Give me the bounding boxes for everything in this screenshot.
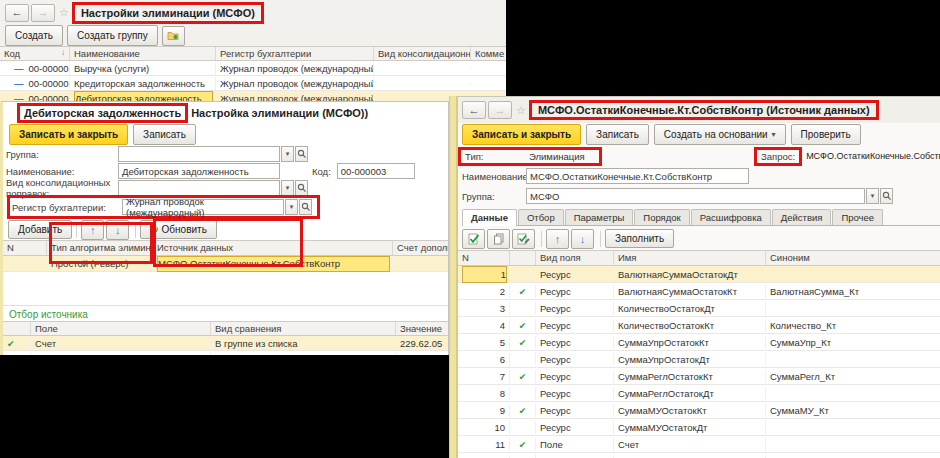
column-header-name[interactable]: Имя xyxy=(614,251,766,265)
edit-window-title-name: Дебиторская задолженность xyxy=(24,107,181,119)
code-input[interactable]: 00-000003 xyxy=(337,163,415,179)
forward-button[interactable]: → xyxy=(488,101,512,119)
lookup-button[interactable] xyxy=(295,180,308,196)
name-input[interactable]: МСФО.ОстаткиКонечные.Кт.СобствКонтр xyxy=(526,168,749,184)
column-header-field[interactable]: Поле xyxy=(31,322,211,335)
check-icon: ✔ xyxy=(519,406,527,416)
column-header-value[interactable]: Значение xyxy=(396,322,448,335)
column-header-synonym[interactable]: Синоним xyxy=(766,251,940,265)
forward-button[interactable]: → xyxy=(31,4,55,22)
invert-flags-button[interactable] xyxy=(512,229,535,249)
data-source-window: ← → ☆ МСФО.ОстаткиКонечные.Кт.СобствКонт… xyxy=(457,96,940,458)
dropdown-button[interactable]: ▾ xyxy=(281,146,294,162)
column-header-n[interactable]: N xyxy=(458,251,510,265)
table-row-selected[interactable]: Простой (Реверс) МСФО.ОстаткиКонечные.Кт… xyxy=(3,256,448,272)
folder-button[interactable] xyxy=(162,26,185,46)
column-header-comparison[interactable]: Вид сравнения xyxy=(211,322,396,335)
set-flags-button[interactable] xyxy=(462,229,485,249)
tab-actions[interactable]: Действия xyxy=(772,209,832,225)
tab-drilldown[interactable]: Расшифровка xyxy=(691,209,771,225)
table-row-selected[interactable]: 1 ✔ Ресурс ВалютнаяСуммаОстатокДт xyxy=(458,266,940,283)
table-row[interactable]: 11 ✔ Поле Счет xyxy=(458,436,940,453)
table-row[interactable]: 8 ✔ Ресурс СуммаРеглОстатокДт xyxy=(458,385,940,402)
table-row[interactable]: 2 ✔ Ресурс ВалютнаяСуммаОстатокКт Валютн… xyxy=(458,283,940,300)
chevron-down-icon: ▾ xyxy=(871,192,875,200)
column-header-register[interactable]: Регистр бухгалтерии xyxy=(216,47,374,60)
tab-other[interactable]: Прочее xyxy=(832,209,883,225)
annotation-box-query: Запрос: xyxy=(754,147,802,166)
table-row[interactable]: —00-000002 Кредиторская задолженность Жу… xyxy=(0,76,506,91)
table-row[interactable]: 3 ✔ Ресурс КоличествоОстатокДт xyxy=(458,300,940,317)
create-group-button[interactable]: Создать группу xyxy=(67,25,158,46)
set-flags-icon xyxy=(468,233,480,245)
algorithm-table-empty-area xyxy=(3,272,448,306)
arrow-down-icon: ↓ xyxy=(580,233,586,245)
dropdown-button[interactable]: ▾ xyxy=(285,199,298,215)
add-button[interactable]: Добавить xyxy=(8,220,72,239)
save-and-close-button[interactable]: Записать и закрыть xyxy=(462,124,581,145)
table-row-selected[interactable]: ✔ Счет В группе из списка 229.62.05 xyxy=(3,336,448,351)
list-toolbar: Создать Создать группу xyxy=(0,25,506,46)
move-down-button[interactable]: ↓ xyxy=(106,220,129,240)
tab-order[interactable]: Порядок xyxy=(634,209,689,225)
annotation-box-type: Тип: Элиминация xyxy=(458,147,602,166)
type-label: Тип: xyxy=(465,151,529,162)
magnifier-icon xyxy=(297,183,307,193)
table-row[interactable]: 9 ✔ Ресурс СуммаМУОстатокКт СуммаМУ_Кт xyxy=(458,402,940,419)
refresh-button[interactable]: ↻Обновить xyxy=(140,220,217,239)
column-header-n[interactable]: N xyxy=(3,241,47,255)
lookup-button[interactable] xyxy=(299,199,312,215)
column-header-adjustment[interactable]: Вид консолидационных поправок xyxy=(374,47,471,60)
move-down-button[interactable]: ↓ xyxy=(571,229,594,249)
column-header-account[interactable]: Счет дополнитель xyxy=(393,241,448,255)
clear-flags-button[interactable] xyxy=(487,229,510,249)
check-icon: ✔ xyxy=(519,372,527,382)
save-and-close-button[interactable]: Записать и закрыть xyxy=(9,124,128,145)
type-value: Элиминация xyxy=(529,151,585,162)
dropdown-button[interactable]: ▾ xyxy=(281,180,294,196)
forward-icon: → xyxy=(38,7,49,18)
tab-selection[interactable]: Отбор xyxy=(518,209,564,225)
table-row[interactable]: 12 ✔ Поле Субконто4 xyxy=(458,453,940,458)
sort-down-icon: ↓ xyxy=(61,48,65,59)
favorite-star-icon[interactable]: ☆ xyxy=(59,6,69,19)
tab-parameters[interactable]: Параметры xyxy=(565,209,634,225)
column-header-comment[interactable]: Комме xyxy=(471,47,506,60)
save-button[interactable]: Записать xyxy=(133,124,196,145)
check-button[interactable]: Проверить xyxy=(791,124,861,145)
column-header-kind[interactable]: Вид поля xyxy=(536,251,614,265)
table-row[interactable]: 4 ✔ Ресурс КоличествоОстатокКт Количеств… xyxy=(458,317,940,334)
table-row[interactable]: —00-000001 Выручка (услуги) Журнал прово… xyxy=(0,61,506,76)
group-input[interactable]: МСФО xyxy=(526,188,865,204)
save-button[interactable]: Записать xyxy=(586,124,649,145)
name-input[interactable]: Дебиторская задолженность xyxy=(118,163,280,179)
lookup-button[interactable] xyxy=(295,146,308,162)
table-row[interactable]: 7 ✔ Ресурс СуммаРеглОстатокКт СуммаРегл_… xyxy=(458,368,940,385)
chevron-down-icon: ▾ xyxy=(290,203,294,211)
name-field-row: Наименование: МСФО.ОстаткиКонечные.Кт.Со… xyxy=(462,167,940,185)
lookup-button[interactable] xyxy=(880,188,893,204)
register-input[interactable]: Журнал проводок (международный) xyxy=(122,199,284,215)
back-button[interactable]: ← xyxy=(462,101,486,119)
column-header-algorithm-type[interactable]: Тип алгоритма элиминации xyxy=(47,241,153,255)
create-button[interactable]: Создать xyxy=(5,25,63,46)
move-up-button[interactable]: ↑ xyxy=(81,220,104,240)
column-header-code[interactable]: Код↓ xyxy=(0,47,70,60)
masked-region-top-right xyxy=(506,0,940,96)
fill-button[interactable]: Заполнить xyxy=(605,229,674,248)
group-input[interactable] xyxy=(118,146,280,162)
table-row[interactable]: 5 ✔ Ресурс СуммаУпрОстатокКт СуммаУпр_Кт xyxy=(458,334,940,351)
favorite-star-icon[interactable]: ☆ xyxy=(516,104,526,117)
annotation-box-edit-title: Дебиторская задолженность xyxy=(17,103,188,123)
algorithm-table: N Тип алгоритма элиминации Источник данн… xyxy=(3,240,448,272)
column-header-data-source[interactable]: Источник данных xyxy=(153,241,393,255)
back-button[interactable]: ← xyxy=(5,4,29,22)
column-header-name[interactable]: Наименование xyxy=(70,47,216,60)
adjustment-input[interactable] xyxy=(118,180,280,196)
move-up-button[interactable]: ↑ xyxy=(546,229,569,249)
table-row[interactable]: 10 ✔ Ресурс СуммаМУОстатокДт xyxy=(458,419,940,436)
create-from-button[interactable]: Создать на основании▾ xyxy=(654,124,786,145)
table-row[interactable]: 6 ✔ Ресурс СуммаУпрОстатокДт xyxy=(458,351,940,368)
tab-data[interactable]: Данные xyxy=(462,209,517,226)
dropdown-button[interactable]: ▾ xyxy=(866,188,879,204)
